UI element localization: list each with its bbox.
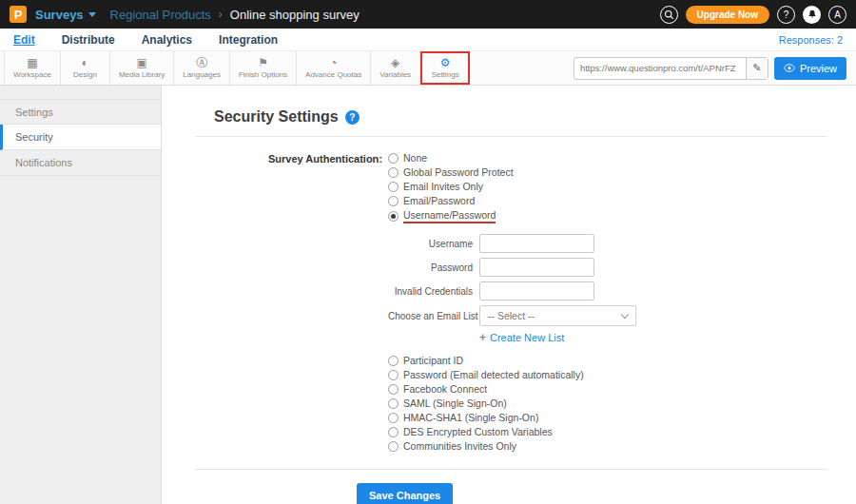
survey-url-box: ✎ [574,57,768,80]
radio-icon[interactable] [388,398,399,409]
sidebar-item-security[interactable]: Security [0,125,161,150]
auth-option-communities-invites-label: Communities Invites Only [403,440,516,452]
credentials-fields: Username Password Invalid Credentials Ch… [388,234,636,344]
radio-icon[interactable] [388,441,399,452]
media-library-icon: ▣ [136,57,146,69]
create-new-list-link[interactable]: + Create New List [479,331,636,344]
gear-icon: ⚙ [440,57,451,69]
nav-analytics[interactable]: Analytics [142,33,192,47]
email-list-selected-value: -- Select -- [488,310,535,321]
auth-option-saml[interactable]: SAML (Single Sign-On) [388,397,636,409]
radio-icon[interactable] [388,384,399,395]
security-form: Survey Authentication: None Global Passw… [195,152,827,455]
auth-option-saml-label: SAML (Single Sign-On) [403,397,507,409]
radio-selected-icon[interactable] [388,211,399,222]
invalid-credentials-label: Invalid Credentials [388,286,473,297]
breadcrumb-separator-icon: › [219,8,223,21]
tool-settings[interactable]: ⚙ Settings [420,51,470,85]
radio-icon[interactable] [388,153,399,164]
auth-option-facebook-connect-label: Facebook Connect [403,383,487,395]
sidebar-item-notifications[interactable]: Notifications [0,150,161,176]
password-input[interactable] [479,258,594,277]
radio-icon[interactable] [388,370,399,380]
radio-icon[interactable] [388,196,399,206]
tool-workspace-label: Workspace [13,70,51,79]
bell-icon [807,10,817,19]
responses-count[interactable]: Responses: 2 [779,34,843,46]
auth-option-password-email-detected-label: Password (Email detected automatically) [403,369,584,380]
edit-url-button[interactable]: ✎ [746,58,768,79]
variables-icon: ◈ [391,57,399,69]
invalid-credentials-row: Invalid Credentials [388,281,636,300]
tool-media-library-label: Media Library [119,70,165,79]
nav-distribute[interactable]: Distribute [62,33,115,47]
preview-button[interactable]: Preview [774,57,846,80]
auth-option-communities-invites[interactable]: Communities Invites Only [388,440,636,452]
auth-option-hmac-sha1-label: HMAC-SHA1 (Single Sign-On) [403,412,538,423]
settings-sidebar: Settings Security Notifications [0,86,162,504]
tool-variables[interactable]: ◈ Variables [371,51,420,85]
password-label: Password [388,262,473,273]
radio-icon[interactable] [388,427,399,437]
auth-option-username-password[interactable]: Username/Password [388,209,636,223]
email-list-select[interactable]: -- Select -- [479,305,636,326]
auth-option-none[interactable]: None [388,152,636,164]
auth-option-global-password-label: Global Password Protect [403,166,514,178]
auth-options-column: None Global Password Protect Email Invit… [388,152,636,455]
finish-options-icon: ⚑ [258,57,268,69]
topbar-actions: Upgrade Now ? A [660,6,846,24]
username-label: Username [388,239,473,249]
chevron-down-icon [621,310,629,318]
tool-finish-options-label: Finish Options [239,70,287,79]
page-title: Security Settings [214,108,339,126]
title-divider [195,136,827,137]
questionpro-logo[interactable]: P [10,6,27,23]
tool-languages[interactable]: Ⓐ Languages [174,51,230,85]
auth-option-facebook-connect[interactable]: Facebook Connect [388,383,636,395]
auth-option-email-invites[interactable]: Email Invites Only [388,181,636,192]
survey-url-input[interactable] [574,63,746,73]
auth-option-participant-id[interactable]: Participant ID [388,355,636,366]
breadcrumb-parent[interactable]: Regional Products [110,8,211,22]
radio-icon[interactable] [388,167,399,178]
sidebar-item-settings[interactable]: Settings [0,99,161,125]
tool-languages-label: Languages [183,70,221,79]
upgrade-now-button[interactable]: Upgrade Now [686,6,769,24]
tool-design[interactable]: ◐ Design [61,51,110,85]
breadcrumb: Regional Products › Online shopping surv… [110,8,360,22]
auth-option-hmac-sha1[interactable]: HMAC-SHA1 (Single Sign-On) [388,412,636,423]
notifications-button[interactable] [803,6,821,24]
auth-option-des-encrypted[interactable]: DES Encrypted Custom Variables [388,426,636,437]
search-button[interactable] [660,6,678,24]
pencil-icon: ✎ [752,62,761,74]
tool-media-library[interactable]: ▣ Media Library [110,51,174,85]
tool-advance-quotas[interactable]: ◔ Advance Quotas [297,51,371,85]
nav-edit[interactable]: Edit [13,33,35,47]
nav-integration[interactable]: Integration [219,33,278,47]
radio-icon[interactable] [388,182,399,192]
auth-option-global-password[interactable]: Global Password Protect [388,166,636,178]
breadcrumb-current: Online shopping survey [230,8,360,22]
invalid-credentials-input[interactable] [479,281,594,300]
help-icon[interactable]: ? [345,110,360,125]
survey-authentication-label: Survey Authentication: [195,152,388,455]
radio-icon[interactable] [388,413,399,423]
chevron-down-icon [88,12,96,17]
page-title-row: Security Settings ? [195,108,827,126]
email-list-label: Choose an Email List [388,311,473,321]
preview-label: Preview [800,63,837,74]
auth-option-email-password[interactable]: Email/Password [388,195,636,206]
radio-icon[interactable] [388,356,399,366]
save-changes-button[interactable]: Save Changes [357,483,453,504]
auth-option-email-invites-label: Email Invites Only [403,181,483,192]
avatar[interactable]: A [828,6,846,24]
plus-icon: + [479,331,486,344]
surveys-menu-label: Surveys [35,8,84,22]
tool-workspace[interactable]: ▦ Workspace [4,51,61,85]
auth-option-password-email-detected[interactable]: Password (Email detected automatically) [388,369,636,380]
surveys-menu[interactable]: Surveys [35,8,96,22]
tool-finish-options[interactable]: ⚑ Finish Options [230,51,297,85]
username-input[interactable] [479,234,594,253]
help-button[interactable]: ? [777,6,795,24]
main-content: Security Settings ? Survey Authenticatio… [162,86,856,504]
